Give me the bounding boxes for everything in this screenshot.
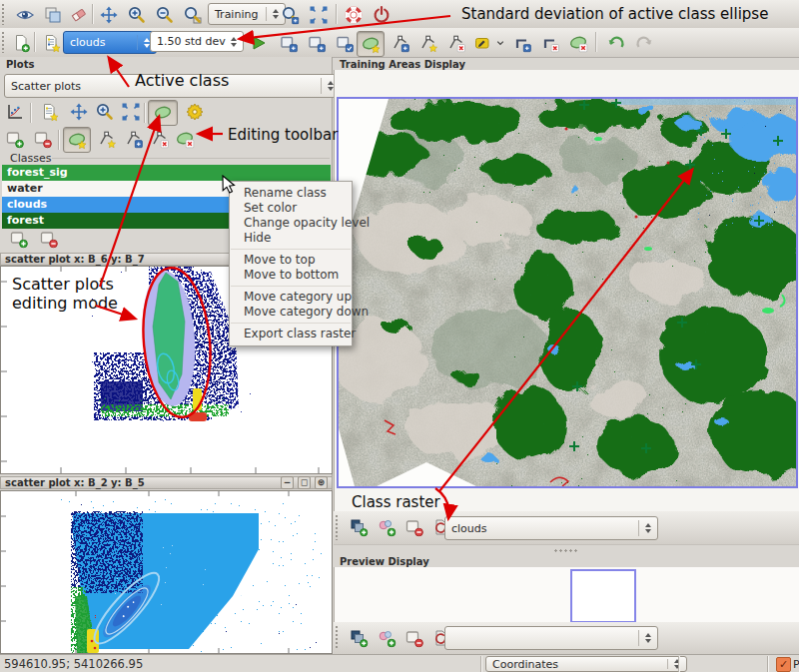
- zoom-selection-icon[interactable]: [278, 3, 304, 27]
- redo-icon[interactable]: [631, 31, 657, 55]
- raster-toolbar-handle[interactable]: [335, 514, 340, 540]
- polygon-star-icon[interactable]: [415, 31, 441, 55]
- preview-toolbar-handle[interactable]: [335, 625, 340, 650]
- undo-icon[interactable]: [603, 31, 629, 55]
- polygon-delete-icon[interactable]: [443, 31, 469, 55]
- class-raster-select[interactable]: clouds: [444, 516, 658, 540]
- ellipse-delete-icon[interactable]: [565, 31, 591, 55]
- scatter-plot-2-canvas: [1, 491, 332, 653]
- class-raster-select-value: clouds: [451, 522, 487, 535]
- preview-extent-box[interactable]: [570, 569, 636, 623]
- menu-item-move-bottom[interactable]: Move to bottom: [230, 268, 352, 283]
- class-row-forest-sig[interactable]: forest_sig: [2, 165, 331, 181]
- polygon-blue-icon[interactable]: [388, 31, 413, 55]
- polygon-blue-icon2[interactable]: [121, 127, 147, 151]
- pan-icon2[interactable]: [66, 100, 92, 124]
- pencil-icon[interactable]: [469, 31, 495, 55]
- status-bar: 594610.95; 5410266.95 Coordinates ✓ P: [0, 654, 799, 672]
- gear-icon[interactable]: [182, 100, 208, 124]
- corner-delete-icon[interactable]: [537, 31, 563, 55]
- polygon-star-icon2[interactable]: [94, 127, 120, 151]
- ellipse-delete-icon2[interactable]: [172, 127, 198, 151]
- class-remove-icon[interactable]: [36, 229, 62, 249]
- menu-item-move-category-down[interactable]: Move category down: [230, 305, 352, 320]
- menu-separator3: [231, 323, 351, 324]
- class-raster-toolbar: clouds: [334, 511, 799, 545]
- layers-add-icon2[interactable]: [346, 626, 372, 650]
- signature-list-icon2[interactable]: [36, 100, 62, 124]
- application-window: Training Standard deviation of active cl…: [0, 0, 799, 672]
- layer-add-icon[interactable]: [276, 31, 302, 55]
- menu-item-set-color[interactable]: Set color: [230, 201, 352, 216]
- signature-list-icon[interactable]: [38, 31, 64, 55]
- extent-arrows-icon[interactable]: [306, 3, 332, 27]
- help-lifering-icon[interactable]: [341, 3, 367, 27]
- preview-toolbar: [334, 622, 799, 655]
- extent-arrows-icon2[interactable]: [118, 100, 144, 124]
- circles-add-icon2[interactable]: [374, 626, 400, 650]
- zoom-in-icon2[interactable]: [92, 100, 118, 124]
- menu-item-move-top[interactable]: Move to top: [230, 253, 352, 268]
- scatter2-plot-area[interactable]: [0, 490, 333, 654]
- ellipse-star-icon[interactable]: [357, 31, 385, 57]
- overlap-layers-icon[interactable]: [40, 3, 66, 27]
- maximize-icon2[interactable]: ◻: [298, 476, 311, 489]
- eye-icon[interactable]: [12, 3, 38, 27]
- status-mode-select[interactable]: Coordinates: [485, 656, 687, 672]
- polygon-delete-icon2[interactable]: [147, 127, 173, 151]
- menu-item-hide[interactable]: Hide: [230, 231, 352, 246]
- layers-add-icon[interactable]: [346, 515, 372, 539]
- zoom-out-icon[interactable]: [152, 3, 178, 27]
- menu-separator2: [231, 286, 351, 287]
- menu-item-export-class-raster[interactable]: Export class raster: [230, 327, 352, 341]
- power-icon[interactable]: [369, 3, 395, 27]
- std-dev-spinner[interactable]: [231, 37, 237, 47]
- annotation-class-raster: Class raster: [352, 493, 440, 511]
- active-class-spinner[interactable]: [137, 35, 150, 50]
- class-add-icon[interactable]: [6, 229, 32, 249]
- plot-type-spinner[interactable]: [321, 78, 334, 93]
- map-viewport[interactable]: [337, 97, 798, 488]
- square-remove-icon[interactable]: [30, 127, 56, 151]
- std-dev-value: 1.50 std dev: [157, 35, 226, 48]
- ellipse-star-icon2[interactable]: [63, 127, 91, 153]
- menu-item-rename-class[interactable]: Rename class: [230, 186, 352, 201]
- minimize-icon2[interactable]: −: [281, 476, 294, 489]
- menu-separator: [231, 249, 351, 250]
- status-mode-value: Coordinates: [492, 658, 558, 671]
- eraser-icon[interactable]: [66, 3, 92, 27]
- annotation-editing-toolbar: Editing toolbar: [228, 126, 338, 144]
- layer-check-icon[interactable]: [332, 31, 358, 55]
- status-checkbox[interactable]: ✓: [776, 657, 791, 672]
- circles-add-icon[interactable]: [374, 515, 400, 539]
- zoom-in-icon[interactable]: [124, 3, 150, 27]
- toolbar-drag-handle2[interactable]: [1, 31, 6, 53]
- training-select-value: Training: [215, 8, 258, 21]
- class-context-menu: Rename class Set color Change opacity le…: [229, 181, 353, 346]
- layer-add2-icon[interactable]: [304, 31, 330, 55]
- corner-blue-icon[interactable]: [509, 31, 535, 55]
- square-remove-icon2[interactable]: [401, 515, 427, 539]
- class-raster-spinner[interactable]: [638, 520, 651, 535]
- main-toolbar: Training Standard deviation of active cl…: [0, 0, 799, 29]
- preview-select-spinner[interactable]: [638, 630, 651, 645]
- document-add-icon[interactable]: [8, 31, 34, 55]
- pan-icon[interactable]: [96, 3, 122, 27]
- chevron-down-icon[interactable]: [493, 31, 507, 55]
- ellipse-tool-icon[interactable]: [148, 100, 178, 126]
- menu-item-change-opacity[interactable]: Change opacity level: [230, 216, 352, 231]
- menu-item-move-category-up[interactable]: Move category up: [230, 290, 352, 305]
- toolbar-drag-handle[interactable]: [1, 3, 6, 25]
- std-dev-input[interactable]: 1.50 std dev: [150, 31, 244, 52]
- preview-select[interactable]: [444, 626, 658, 650]
- detach-icon2[interactable]: ⊛: [315, 476, 328, 489]
- active-class-select[interactable]: clouds: [63, 31, 157, 54]
- square-remove-icon3[interactable]: [401, 626, 427, 650]
- scatter-chart-icon[interactable]: [2, 100, 28, 124]
- run-play-icon[interactable]: [246, 31, 272, 55]
- scatter2-header[interactable]: scatter plot x: B_2 y: B_5 −◻⊛: [0, 476, 333, 489]
- map-canvas: [339, 99, 796, 486]
- square-add-icon[interactable]: [2, 127, 28, 151]
- training-select[interactable]: Training: [208, 3, 286, 25]
- zoom-layer-icon[interactable]: [180, 3, 206, 27]
